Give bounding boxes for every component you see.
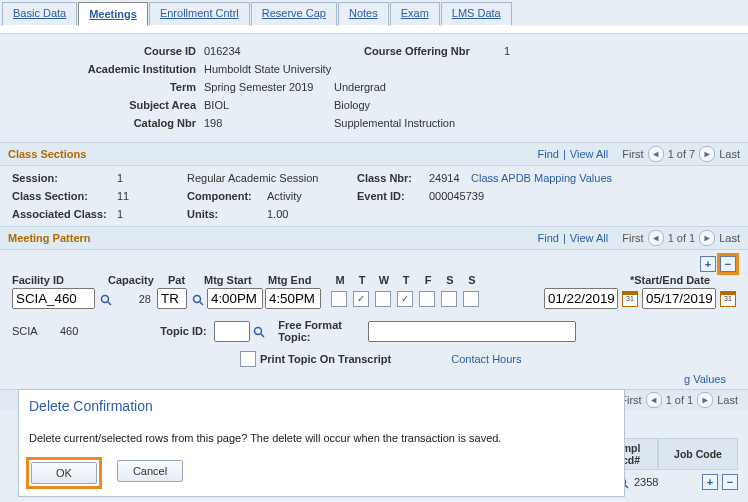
view-all-link[interactable]: View All (570, 148, 608, 160)
svg-line-7 (625, 485, 628, 488)
assoc-class-value: 1 (117, 208, 187, 220)
class-sections-title: Class Sections (8, 148, 86, 160)
course-id-value: 016234 (204, 42, 364, 60)
contact-hours-link[interactable]: Contact Hours (451, 353, 521, 365)
topic-lookup-icon[interactable] (252, 325, 266, 339)
class-sections-bar: Class Sections Find | View All First ◄ 1… (0, 142, 748, 166)
mp-find-link[interactable]: Find (538, 232, 559, 244)
room-number: 460 (60, 325, 78, 337)
day-s2-checkbox[interactable] (463, 291, 479, 307)
tab-basic-data[interactable]: Basic Data (2, 2, 77, 26)
career-value: Undergrad (334, 78, 386, 96)
print-topic-checkbox[interactable] (240, 351, 256, 367)
free-format-input[interactable] (368, 321, 576, 342)
delete-row-button[interactable]: − (720, 256, 736, 272)
offering-nbr-label: Course Offering Nbr (364, 42, 504, 60)
capacity-value: 28 (115, 293, 155, 305)
nav-sep: | (563, 148, 566, 160)
tab-bar: Basic Data Meetings Enrollment Cntrl Res… (0, 0, 748, 27)
meeting-pattern-bar: Meeting Pattern Find | View All First ◄ … (0, 226, 748, 250)
topic-id-input[interactable] (214, 321, 250, 342)
day-f-checkbox[interactable] (419, 291, 435, 307)
room-building: SCIA (12, 325, 60, 337)
pat-input[interactable] (157, 288, 187, 309)
day-s1-checkbox[interactable] (441, 291, 457, 307)
mp-view-all-link[interactable]: View All (570, 232, 608, 244)
units-label: Units: (187, 208, 267, 220)
mp-prev-button[interactable]: ◄ (648, 230, 664, 246)
dialog-body-text: Delete current/selected rows from this p… (19, 422, 624, 454)
instr-delete-row-button[interactable]: − (722, 474, 738, 490)
free-format-label: Free Format Topic: (278, 319, 368, 343)
instr-counter: 1 of 1 (666, 394, 694, 406)
class-apdb-link[interactable]: Class APDB Mapping Values (471, 172, 612, 184)
facility-id-input[interactable] (12, 288, 95, 309)
instr-next-button[interactable]: ► (697, 392, 713, 408)
job-code-header: Job Code (658, 438, 738, 470)
day-f-label: F (420, 274, 436, 286)
tab-lms-data[interactable]: LMS Data (441, 2, 512, 26)
svg-point-0 (102, 295, 109, 302)
next-page-button[interactable]: ► (699, 146, 715, 162)
class-sections-nav: Find | View All First ◄ 1 of 7 ► Last (538, 146, 740, 162)
meeting-apdb-values-link[interactable]: g Values (684, 373, 726, 385)
mtg-start-label: Mtg Start (204, 274, 262, 286)
class-nbr-value: 24914 (429, 172, 471, 184)
start-date-calendar-icon[interactable] (622, 291, 638, 307)
start-date-input[interactable] (544, 288, 618, 309)
day-th-checkbox[interactable] (397, 291, 413, 307)
mtg-start-input[interactable] (207, 288, 263, 309)
tab-notes[interactable]: Notes (338, 2, 389, 26)
units-value: 1.00 (267, 208, 288, 220)
session-label: Session: (12, 172, 117, 184)
facility-lookup-icon[interactable] (99, 293, 113, 307)
tab-reserve-cap[interactable]: Reserve Cap (251, 2, 337, 26)
mp-counter: 1 of 1 (668, 232, 696, 244)
end-date-input[interactable] (642, 288, 716, 309)
assoc-class-label: Associated Class: (12, 208, 117, 220)
class-sections-content: Session: 1 Regular Academic Session Clas… (0, 166, 748, 226)
event-id-value: 000045739 (429, 190, 484, 202)
topic-id-label: Topic ID: (160, 325, 214, 337)
facility-id-label: Facility ID (12, 274, 102, 286)
instr-add-row-button[interactable]: + (702, 474, 718, 490)
day-m-checkbox[interactable] (331, 291, 347, 307)
class-section-label: Class Section: (12, 190, 117, 202)
capacity-label: Capacity (108, 274, 162, 286)
cancel-button[interactable]: Cancel (117, 460, 183, 482)
add-row-button[interactable]: + (700, 256, 716, 272)
svg-point-2 (194, 295, 201, 302)
component-label: Component: (187, 190, 267, 202)
day-m-label: M (332, 274, 348, 286)
tab-enrollment-cntrl[interactable]: Enrollment Cntrl (149, 2, 250, 26)
institution-label: Academic Institution (16, 60, 204, 78)
mp-next-button[interactable]: ► (699, 230, 715, 246)
tab-exam[interactable]: Exam (390, 2, 440, 26)
component-value: Activity (267, 190, 357, 202)
session-desc: Regular Academic Session (187, 172, 357, 184)
ok-button[interactable]: OK (31, 462, 97, 484)
offering-nbr-value: 1 (504, 42, 510, 60)
svg-point-4 (255, 328, 262, 335)
subject-label: Subject Area (16, 96, 204, 114)
svg-line-3 (200, 302, 203, 305)
course-id-label: Course ID (16, 42, 204, 60)
day-t-label: T (354, 274, 370, 286)
end-date-calendar-icon[interactable] (720, 291, 736, 307)
find-link[interactable]: Find (538, 148, 559, 160)
day-w-checkbox[interactable] (375, 291, 391, 307)
nav-last-label: Last (719, 148, 740, 160)
svg-line-1 (108, 302, 111, 305)
tab-meetings[interactable]: Meetings (78, 2, 148, 26)
catalog-desc: Supplemental Instruction (334, 114, 455, 132)
pat-lookup-icon[interactable] (191, 293, 205, 307)
prev-page-button[interactable]: ◄ (648, 146, 664, 162)
delete-confirmation-dialog: Delete Confirmation Delete current/selec… (18, 389, 625, 494)
meeting-pattern-title: Meeting Pattern (8, 232, 91, 244)
day-s2-label: S (464, 274, 480, 286)
instr-prev-button[interactable]: ◄ (646, 392, 662, 408)
catalog-label: Catalog Nbr (16, 114, 204, 132)
svg-line-5 (261, 334, 264, 337)
mtg-end-input[interactable] (265, 288, 321, 309)
day-t-checkbox[interactable] (353, 291, 369, 307)
